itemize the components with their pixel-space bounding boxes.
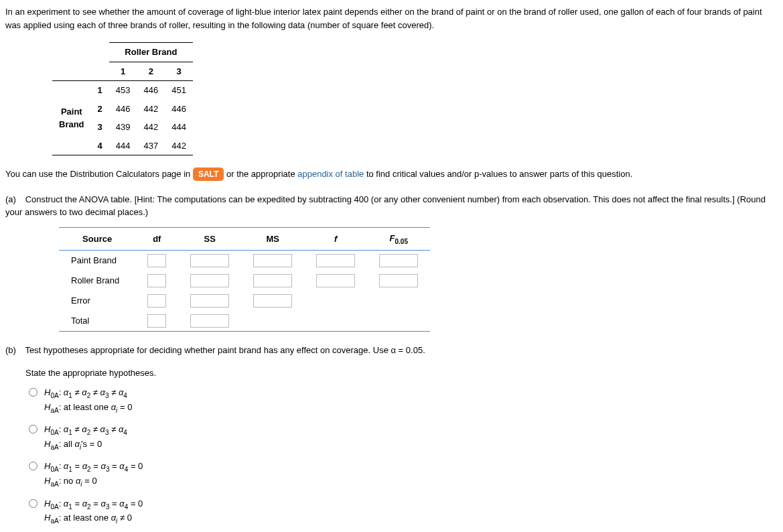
row-2: 2 — [91, 100, 109, 119]
roller-brand-header: Roller Brand — [109, 43, 193, 62]
cell: 444 — [165, 118, 193, 137]
calc-line: You can use the Distribution Calculators… — [5, 168, 778, 181]
ms-input[interactable] — [253, 294, 292, 308]
col-3: 3 — [165, 62, 193, 81]
part-b-label: (b) — [5, 344, 23, 357]
cell: 446 — [137, 81, 165, 100]
cell: 446 — [165, 100, 193, 119]
anova-h-f: f — [304, 227, 367, 251]
cell: 442 — [165, 137, 193, 155]
ss-input[interactable] — [190, 254, 229, 267]
row-1: 1 — [91, 81, 109, 100]
cell: 451 — [165, 81, 193, 100]
anova-h-source: Source — [59, 227, 135, 251]
part-a: (a) Construct the ANOVA table. [Hint: Th… — [5, 193, 778, 332]
fcrit-input[interactable] — [379, 254, 418, 267]
df-input[interactable] — [147, 294, 166, 308]
cell: 437 — [137, 137, 165, 155]
part-a-label: (a) — [5, 193, 23, 206]
hyp-radio-2[interactable] — [29, 425, 38, 434]
state-hypotheses: State the appropriate hypotheses. — [25, 367, 778, 380]
cell: 444 — [109, 137, 137, 155]
appendix-link[interactable]: appendix of table — [297, 169, 364, 179]
row-4: 4 — [91, 137, 109, 155]
col-2: 2 — [137, 62, 165, 81]
hyp-radio-3[interactable] — [29, 462, 38, 470]
calc-p2: or the appropriate — [226, 169, 297, 179]
anova-table: Source df SS MS f F0.05 Paint Brand Roll… — [59, 227, 430, 332]
anova-src-0: Paint Brand — [59, 251, 135, 271]
intro-text: In an experiment to see whether the amou… — [5, 5, 778, 31]
f-input[interactable] — [316, 274, 355, 287]
cell: 453 — [109, 81, 137, 100]
anova-h-ss: SS — [178, 227, 241, 251]
anova-src-1: Roller Brand — [59, 271, 135, 291]
cell: 442 — [137, 118, 165, 137]
df-input[interactable] — [147, 274, 166, 287]
anova-h-fcrit: F0.05 — [367, 227, 430, 251]
hyp-radio-4[interactable] — [29, 499, 38, 508]
ss-input[interactable] — [190, 294, 229, 308]
anova-h-ms: MS — [241, 227, 304, 251]
part-b: (b) Test hypotheses appropriate for deci… — [5, 344, 778, 532]
paint-brand-header: PaintBrand — [52, 81, 91, 155]
fcrit-input[interactable] — [379, 274, 418, 287]
cell: 442 — [137, 100, 165, 119]
row-3: 3 — [91, 118, 109, 137]
f-input[interactable] — [316, 254, 355, 267]
part-b-text: Test hypotheses appropriate for deciding… — [25, 345, 425, 355]
ms-input[interactable] — [253, 254, 292, 267]
hypothesis-options: H0A: α1 ≠ α2 ≠ α3 ≠ α4HaA: at least one … — [25, 386, 778, 526]
ms-input[interactable] — [253, 274, 292, 287]
calc-p1: You can use the Distribution Calculators… — [5, 169, 193, 179]
salt-badge[interactable]: SALT — [193, 168, 224, 181]
df-input[interactable] — [147, 254, 166, 267]
anova-src-2: Error — [59, 291, 135, 311]
ss-input[interactable] — [190, 314, 229, 328]
hyp-radio-1[interactable] — [29, 388, 38, 397]
cell: 446 — [109, 100, 137, 119]
part-a-text: Construct the ANOVA table. [Hint: The co… — [5, 194, 766, 218]
calc-p3: to find critical values and/or p-values … — [366, 169, 632, 179]
cell: 439 — [109, 118, 137, 137]
ss-input[interactable] — [190, 274, 229, 287]
anova-h-df: df — [135, 227, 178, 251]
df-input[interactable] — [147, 314, 166, 328]
col-1: 1 — [109, 62, 137, 81]
data-table-container: Roller Brand 1 2 3 PaintBrand 1 453 446 … — [52, 42, 778, 155]
anova-src-3: Total — [59, 311, 135, 332]
data-table: Roller Brand 1 2 3 PaintBrand 1 453 446 … — [52, 42, 193, 155]
